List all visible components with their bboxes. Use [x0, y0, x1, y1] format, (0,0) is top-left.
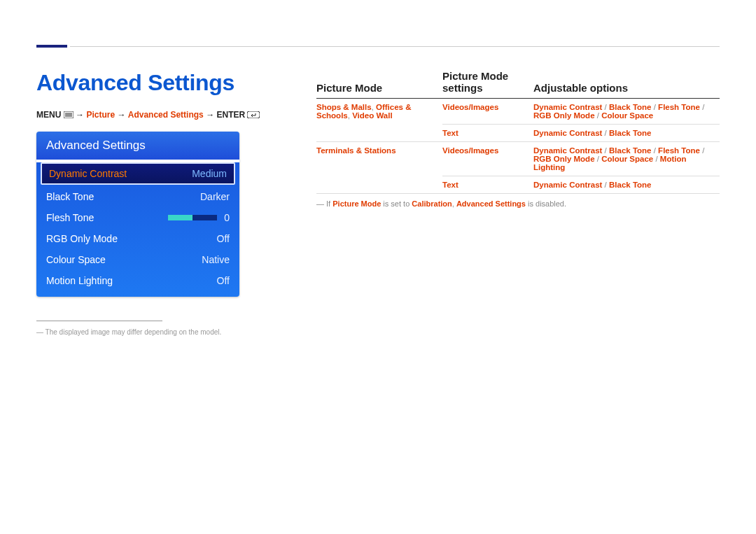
footnote: If Picture Mode is set to Calibration, A…	[316, 199, 720, 208]
slider-fill	[168, 215, 192, 220]
th-picture-mode: Picture Mode	[316, 70, 442, 99]
breadcrumb: MENU → Picture → Advanced Settings → ENT…	[36, 110, 283, 120]
osd-row-value: Off	[217, 233, 230, 244]
option-name: Colour Space	[601, 111, 653, 120]
osd-row-label: Colour Space	[46, 254, 106, 265]
separator: /	[700, 103, 704, 111]
separator: /	[652, 103, 659, 111]
breadcrumb-advanced-settings: Advanced Settings	[128, 110, 204, 120]
breadcrumb-arrow: →	[117, 110, 125, 120]
section-marker	[36, 45, 67, 48]
osd-row[interactable]: Motion LightingOff	[36, 270, 239, 291]
separator: /	[602, 129, 609, 137]
osd-row-value: Native	[202, 254, 230, 265]
top-horizontal-rule	[70, 46, 720, 47]
cell-adjustable-options: Dynamic Contrast / Black Tone	[533, 176, 720, 194]
table-row: Terminals & StationsVideos/ImagesDynamic…	[316, 142, 720, 176]
osd-row-label: RGB Only Mode	[46, 233, 118, 244]
option-name: RGB Only Mode	[533, 155, 595, 163]
option-name: Colour Space	[601, 155, 653, 163]
disclaimer-text: The displayed image may differ depending…	[36, 328, 283, 336]
th-pm-settings: Picture Mode settings	[442, 70, 533, 99]
option-name: Dynamic Contrast	[533, 181, 602, 189]
osd-title: Advanced Settings	[36, 132, 239, 160]
osd-body: Dynamic ContrastMediumBlack ToneDarkerFl…	[36, 162, 239, 297]
option-name: Dynamic Contrast	[533, 146, 602, 155]
mode-name: Video Wall	[352, 111, 393, 120]
osd-row[interactable]: Colour SpaceNative	[36, 249, 239, 270]
note-picture-mode: Picture Mode	[332, 199, 381, 208]
separator: /	[602, 146, 609, 155]
cell-adjustable-options: Dynamic Contrast / Black Tone / Flesh To…	[533, 99, 720, 125]
osd-slider-wrap: 0	[168, 212, 230, 223]
osd-row-label: Dynamic Contrast	[49, 168, 127, 179]
osd-row-value: Darker	[200, 191, 230, 202]
osd-row-value: 0	[224, 212, 230, 223]
separator: /	[653, 155, 660, 163]
note-calibration: Calibration	[412, 199, 451, 208]
osd-row-label: Flesh Tone	[46, 212, 94, 223]
note-post: is disabled.	[526, 199, 566, 208]
option-name: Flesh Tone	[658, 103, 700, 111]
page-content: Advanced Settings MENU → Picture → Advan…	[0, 0, 756, 336]
cell-adjustable-options: Dynamic Contrast / Black Tone / Flesh To…	[533, 142, 720, 176]
options-table: Picture Mode Picture Mode settings Adjus…	[316, 70, 720, 194]
cell-pm-setting: Videos/Images	[442, 142, 533, 176]
option-name: Black Tone	[609, 129, 652, 137]
note-pre: If	[326, 199, 332, 208]
breadcrumb-arrow: →	[206, 110, 214, 120]
osd-row[interactable]: Dynamic ContrastMedium	[41, 162, 235, 185]
osd-panel: Advanced Settings Dynamic ContrastMedium…	[36, 132, 239, 297]
note-advanced-settings: Advanced Settings	[456, 199, 526, 208]
option-name: Flesh Tone	[658, 146, 700, 155]
breadcrumb-picture: Picture	[86, 110, 115, 120]
table-body: Shops & Malls, Offices & Schools, Video …	[316, 99, 720, 194]
svg-rect-4	[247, 111, 260, 118]
separator: /	[700, 146, 704, 155]
separator: /	[595, 155, 602, 163]
right-column: Picture Mode Picture Mode settings Adjus…	[316, 70, 720, 336]
page-title: Advanced Settings	[36, 70, 283, 96]
table-row: Shops & Malls, Offices & Schools, Video …	[316, 99, 720, 125]
osd-row[interactable]: Flesh Tone0	[36, 207, 239, 228]
mode-name: Shops & Malls	[316, 103, 372, 111]
osd-row-label: Black Tone	[46, 191, 94, 202]
cell-pm-setting: Videos/Images	[442, 99, 533, 125]
menu-icon	[64, 111, 74, 120]
slider-track[interactable]	[168, 215, 217, 220]
option-name: RGB Only Mode	[533, 111, 595, 120]
osd-row[interactable]: RGB Only ModeOff	[36, 228, 239, 249]
disclaimer-rule	[36, 321, 162, 321]
breadcrumb-menu: MENU	[36, 110, 61, 120]
separator: /	[652, 146, 659, 155]
option-name: Black Tone	[609, 103, 652, 111]
option-name: Dynamic Contrast	[533, 129, 602, 137]
note-mid: is set to	[381, 199, 412, 208]
cell-pm-setting: Text	[442, 176, 533, 194]
option-name: Black Tone	[609, 146, 652, 155]
cell-picture-mode: Terminals & Stations	[316, 142, 442, 194]
breadcrumb-arrow: →	[76, 110, 84, 120]
cell-adjustable-options: Dynamic Contrast / Black Tone	[533, 125, 720, 142]
enter-icon	[247, 111, 260, 120]
osd-row[interactable]: Black ToneDarker	[36, 186, 239, 207]
separator: /	[602, 181, 609, 189]
separator: /	[595, 111, 602, 120]
option-name: Black Tone	[609, 181, 652, 189]
cell-pm-setting: Text	[442, 125, 533, 142]
left-column: Advanced Settings MENU → Picture → Advan…	[36, 70, 283, 336]
cell-picture-mode: Shops & Malls, Offices & Schools, Video …	[316, 99, 442, 142]
separator: /	[602, 103, 609, 111]
osd-row-value: Off	[217, 275, 230, 286]
th-adjustable: Adjustable options	[533, 70, 720, 99]
mode-name: Terminals & Stations	[316, 146, 396, 155]
option-name: Dynamic Contrast	[533, 103, 602, 111]
osd-row-label: Motion Lighting	[46, 275, 113, 286]
breadcrumb-enter: ENTER	[216, 110, 245, 120]
osd-row-value: Medium	[192, 168, 227, 179]
